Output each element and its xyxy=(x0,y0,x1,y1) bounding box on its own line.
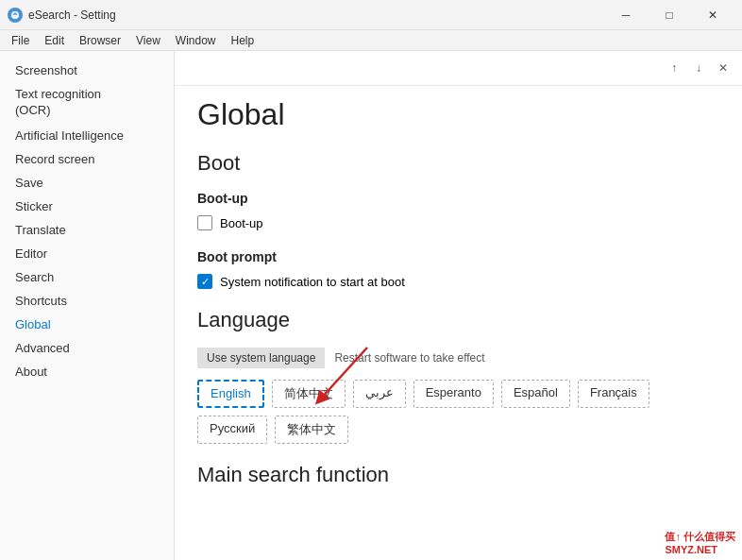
sidebar: Screenshot Text recognition(OCR) Artific… xyxy=(0,51,175,560)
sidebar-item-about[interactable]: About xyxy=(0,360,174,383)
language-grid: English 简体中文 عربي Esperanto Español Fran… xyxy=(197,380,719,444)
title-bar: eSearch - Setting ─ □ ✕ xyxy=(0,0,742,30)
window-controls: ─ □ ✕ xyxy=(604,0,734,30)
sidebar-item-screenshot[interactable]: Screenshot xyxy=(0,59,174,82)
boot-prompt-title: Boot prompt xyxy=(197,249,719,264)
bootup-row: Boot-up xyxy=(197,215,719,230)
bootup-title: Boot-up xyxy=(197,191,719,206)
search-nav-bar: ↑ ↓ ✕ xyxy=(663,57,734,79)
lang-option-zh-cn[interactable]: 简体中文 xyxy=(272,380,346,408)
lang-option-es[interactable]: Español xyxy=(501,380,570,408)
content-header: ↑ ↓ ✕ xyxy=(175,51,742,86)
bootup-subsection: Boot-up Boot-up xyxy=(197,191,719,230)
content-area: ↑ ↓ ✕ Global Boot Boot-up Boot-up xyxy=(175,51,742,560)
boot-section: Boot Boot-up Boot-up Boot prompt ✓ Syste… xyxy=(197,151,719,289)
minimize-button[interactable]: ─ xyxy=(604,0,648,30)
lang-option-ru[interactable]: Русский xyxy=(197,416,267,444)
lang-option-eo[interactable]: Esperanto xyxy=(413,380,494,408)
nav-close-button[interactable]: ✕ xyxy=(712,57,734,79)
sidebar-item-sticker[interactable]: Sticker xyxy=(0,195,174,218)
lang-option-en[interactable]: English xyxy=(197,380,264,408)
boot-prompt-subsection: Boot prompt ✓ System notification to sta… xyxy=(197,249,719,289)
boot-prompt-checkbox[interactable]: ✓ xyxy=(197,274,212,289)
main-search-title: Main search function xyxy=(197,463,719,487)
lang-helper-row: Use system language Restart software to … xyxy=(197,348,719,368)
nav-down-button[interactable]: ↓ xyxy=(687,57,710,79)
menu-file[interactable]: File xyxy=(4,30,37,51)
restart-hint: Restart software to take effect xyxy=(325,348,494,368)
menu-help[interactable]: Help xyxy=(224,30,262,51)
bootup-label: Boot-up xyxy=(220,216,263,230)
menu-view[interactable]: View xyxy=(128,30,168,51)
page-title: Global xyxy=(197,97,719,132)
boot-section-title: Boot xyxy=(197,151,719,176)
sidebar-item-translate[interactable]: Translate xyxy=(0,218,174,242)
content-body: Global Boot Boot-up Boot-up Boot prompt xyxy=(175,86,742,529)
sidebar-item-ocr[interactable]: Text recognition(OCR) xyxy=(0,82,174,124)
maximize-button[interactable]: □ xyxy=(648,0,691,30)
nav-up-button[interactable]: ↑ xyxy=(663,57,685,79)
sidebar-item-ai[interactable]: Artificial Intelligence xyxy=(0,124,174,147)
close-button[interactable]: ✕ xyxy=(691,0,734,30)
menu-browser[interactable]: Browser xyxy=(72,30,128,51)
menu-bar: File Edit Browser View Window Help xyxy=(0,30,742,51)
language-section: Language Use system language Restart sof… xyxy=(197,308,719,444)
lang-helper-container: Use system language Restart software to … xyxy=(197,348,719,368)
sidebar-item-record[interactable]: Record screen xyxy=(0,147,174,171)
use-system-language-button[interactable]: Use system language xyxy=(197,348,325,368)
window-title: eSearch - Setting xyxy=(28,8,604,22)
app-icon xyxy=(8,8,23,23)
watermark: 值↑ 什么值得买SMYZ.NET xyxy=(662,529,738,556)
language-section-title: Language xyxy=(197,308,719,332)
sidebar-item-shortcuts[interactable]: Shortcuts xyxy=(0,289,174,313)
sidebar-item-search[interactable]: Search xyxy=(0,265,174,289)
sidebar-item-global[interactable]: Global xyxy=(0,313,174,336)
menu-edit[interactable]: Edit xyxy=(37,30,72,51)
sidebar-item-save[interactable]: Save xyxy=(0,171,174,195)
bootup-checkbox[interactable] xyxy=(197,215,212,230)
sidebar-item-editor[interactable]: Editor xyxy=(0,242,174,265)
main-search-section: Main search function xyxy=(197,463,719,487)
lang-option-fr[interactable]: Français xyxy=(578,380,649,408)
main-container: Screenshot Text recognition(OCR) Artific… xyxy=(0,51,742,560)
boot-prompt-row: ✓ System notification to start at boot xyxy=(197,274,719,289)
menu-window[interactable]: Window xyxy=(168,30,224,51)
sidebar-item-advanced[interactable]: Advanced xyxy=(0,336,174,360)
lang-option-zh-tw[interactable]: 繁体中文 xyxy=(275,416,348,444)
boot-prompt-label: System notification to start at boot xyxy=(220,275,405,289)
lang-option-ar[interactable]: عربي xyxy=(353,380,406,408)
